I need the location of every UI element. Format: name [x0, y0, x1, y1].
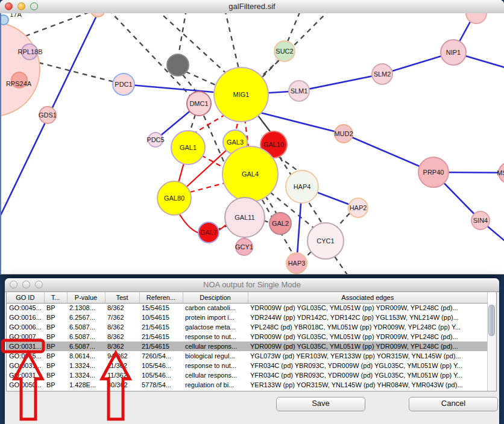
node-label-hap4: HAP4 — [294, 183, 311, 190]
cell-associated-edges: YPL248C (pd) YBR018C, YML051W (pp) YDR00… — [248, 322, 488, 332]
cell-go-id: GO:0065... — [7, 351, 44, 361]
cell-associated-edges: YER133W (pp) YOR315W, YNL145W (pd) YHR08… — [248, 380, 488, 390]
node-label-gcy1: GCY1 — [235, 243, 253, 251]
cell-test: 94/362 — [105, 351, 139, 361]
cell-reference: 7260/54... — [139, 351, 183, 361]
cell-reference: 21/54615 — [139, 322, 183, 332]
cell-test: 8/362 — [105, 322, 139, 332]
cell-go-id: GO:0006... — [7, 322, 44, 332]
node-label-nip1: NIP1 — [446, 49, 461, 56]
column-header-associated-edges[interactable]: Associated edges — [248, 292, 488, 303]
cell-test: 11/362 — [105, 370, 139, 380]
cell-test: 8/362 — [105, 341, 139, 351]
table-row[interactable]: GO:0031...BP1.3324...11/362105/546...res… — [7, 361, 488, 370]
column-header-reference[interactable]: Referen... — [139, 292, 183, 303]
cell-associated-edges: YDR009W (pd) YGL035C, YML051W (pp) YDR00… — [248, 341, 488, 351]
cell-p-value: 6.5087... — [67, 322, 105, 332]
cell-reference: 105/546... — [139, 370, 183, 380]
node-label-gal7: GAL7 — [200, 229, 217, 236]
node-label-prp40: PRP40 — [423, 169, 444, 176]
node-label-gal1: GAL1 — [180, 144, 197, 151]
cell-type: BP — [44, 351, 67, 361]
cell-reference: 21/54615 — [139, 332, 183, 341]
node-unnamed-gray[interactable] — [167, 54, 189, 76]
cell-reference: 5778/54... — [139, 380, 183, 390]
cell-associated-edges: YDR009W (pd) YGL035C, YML051W (pp) YDR00… — [248, 332, 488, 341]
cell-type: BP — [44, 361, 67, 370]
cell-associated-edges: YFR034C (pd) YBR093C, YDR009W (pd) YGL03… — [248, 361, 488, 370]
cell-description: galactose meta... — [183, 322, 248, 332]
table-row[interactable]: GO:0031...BP1.3324...11/362105/546...cel… — [7, 370, 488, 380]
graph-window-title: galFiltered.sif — [0, 2, 504, 11]
node-label-hap3: HAP3 — [288, 260, 306, 267]
node-label-gal3: GAL3 — [227, 139, 244, 146]
nodes-layer — [1, 13, 504, 273]
column-header-test[interactable]: Test — [105, 292, 139, 303]
table-scrollbar[interactable] — [487, 304, 496, 391]
column-header-go-id[interactable]: GO ID — [7, 292, 44, 303]
cell-type: BP — [44, 332, 67, 341]
noa-window-title: NOA output for Single Mode — [5, 280, 499, 289]
node-label-mud2: MUD2 — [334, 130, 353, 137]
cancel-button[interactable]: Cancel — [409, 397, 498, 411]
node-label-gal10: GAL10 — [263, 141, 284, 148]
cell-test: 80/362 — [105, 380, 139, 390]
node-label-gal2: GAL2 — [272, 220, 289, 227]
column-header-p-value[interactable]: P-value — [67, 292, 105, 303]
cell-p-value: 6.5087... — [67, 332, 105, 341]
column-header-description[interactable]: Desciption — [183, 292, 248, 303]
cell-description: carbon cataboli... — [183, 303, 248, 313]
cell-associated-edges: YFR034C (pd) YBR093C, YDR009W (pd) YGL03… — [248, 370, 488, 380]
cell-p-value: 2.1308... — [67, 303, 105, 313]
cell-p-value: 1.3324... — [67, 370, 105, 380]
cell-description: response to nut... — [183, 361, 248, 370]
noa-window-titlebar[interactable]: NOA output for Single Mode — [5, 278, 499, 292]
cell-description: cellular respons... — [183, 341, 248, 351]
cell-description: biological regul... — [183, 351, 248, 361]
cell-type: BP — [44, 313, 67, 322]
node-label-slm2: SLM2 — [374, 70, 391, 78]
table-row[interactable]: GO:0065...BP8.0614...94/3627260/54...bio… — [7, 351, 488, 361]
cell-go-id: GO:0007... — [7, 332, 44, 341]
node-partial-top[interactable] — [90, 13, 105, 17]
cell-associated-edges: YDR244W (pp) YDR142C, YDR142C (pp) YGL15… — [248, 313, 488, 322]
cell-type: BP — [44, 341, 67, 351]
node-label-cyc1: CYC1 — [317, 237, 334, 245]
cell-p-value: 6.2567... — [67, 313, 105, 322]
table-row[interactable]: GO:0016...BP6.2567...7/36210/54615protei… — [7, 313, 488, 322]
save-button[interactable]: Save — [276, 397, 365, 411]
table-row[interactable]: GO:0006...BP6.5087...8/36221/54615galact… — [7, 322, 488, 332]
table-row[interactable]: GO:0007...BP6.5087...8/36221/54615respon… — [7, 332, 488, 341]
table-scrollbar-thumb[interactable] — [488, 305, 495, 336]
node-unnamed-large-pink[interactable] — [1, 22, 40, 116]
cell-type: BP — [44, 303, 67, 313]
cell-associated-edges: YDR009W (pd) YGL035C, YML051W (pp) YDR00… — [248, 303, 488, 313]
node-label-gal80: GAL80 — [164, 195, 184, 202]
column-header-type[interactable]: T... — [44, 292, 67, 303]
noa-results-table: GO IDT...P-valueTestReferen...Desciption… — [7, 292, 488, 390]
cell-type: BP — [44, 322, 67, 332]
cell-test: 7/362 — [105, 313, 139, 322]
node-partial-top-right[interactable] — [466, 13, 487, 23]
node-label-suc2: SUC2 — [276, 48, 293, 55]
node-label-rps24a: RPS24A — [6, 80, 32, 87]
cell-go-id: GO:0050... — [7, 380, 44, 390]
node-label-msi: MSI — [497, 169, 504, 176]
table-row[interactable]: GO:0045...BP2.1308...8/36215/54615carbon… — [7, 303, 488, 313]
table-row[interactable]: GO:0031...BP6.5087...8/36221/54615cellul… — [7, 341, 488, 351]
cell-description: regulation of bi... — [183, 380, 248, 390]
graph-window: galFiltered.sif — [0, 0, 504, 275]
network-canvas[interactable]: 17A RPL18B RPS24A GDS1 PDC1 DMC1 MIG1 SU… — [0, 13, 504, 275]
cell-go-id: GO:0031... — [7, 361, 44, 370]
noa-output-window: NOA output for Single Mode GO IDT...P-va… — [5, 278, 499, 424]
node-label-slm1: SLM1 — [291, 87, 308, 95]
table-row[interactable]: GO:0050...BP1.428E...80/3625778/54...reg… — [7, 380, 488, 390]
graph-window-titlebar[interactable]: galFiltered.sif — [0, 0, 504, 14]
node-partial-left[interactable] — [1, 15, 8, 25]
node-label-gal11: GAL11 — [235, 214, 254, 221]
network-svg: 17A RPL18B RPS24A GDS1 PDC1 DMC1 MIG1 SU… — [1, 13, 504, 274]
cell-type: BP — [44, 380, 67, 390]
cell-go-id: GO:0031... — [7, 370, 44, 380]
cell-p-value: 6.5087... — [67, 341, 105, 351]
node-label-dmc1: DMC1 — [189, 100, 208, 107]
